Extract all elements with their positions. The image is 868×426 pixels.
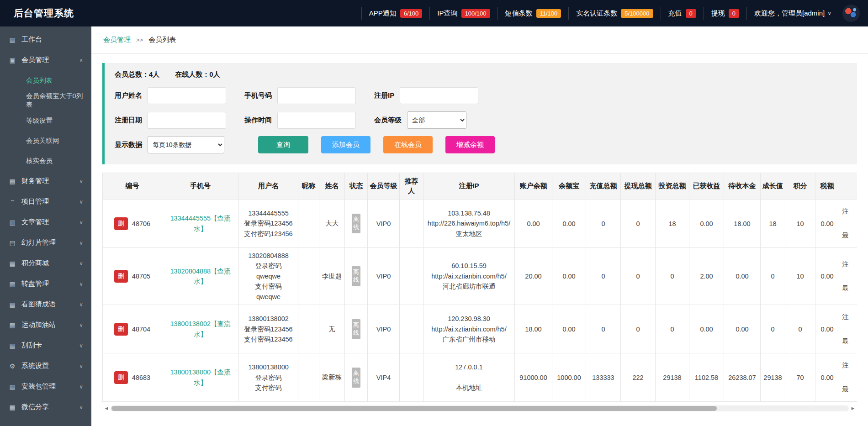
points-cell: 10: [785, 248, 815, 305]
reg-date-label: 注册日期: [115, 116, 142, 125]
clipped-cell: 注最: [839, 200, 857, 248]
chevron-down-icon: ∨: [79, 281, 83, 287]
sidebar-item-points-mall[interactable]: ▦ 积分商城 ∨: [0, 253, 91, 273]
sidebar-item-yuebao-list[interactable]: 会员余额宝大于0列表: [0, 90, 91, 110]
page-size-select[interactable]: 每页10条数据: [148, 136, 224, 153]
sidebar-item-label: 会员管理: [21, 56, 49, 64]
sidebar-item-package[interactable]: ▦ 安装包管理 ∨: [0, 376, 91, 397]
sidebar-item-project[interactable]: ≡ 项目管理 ∨: [0, 191, 91, 212]
sidebar-item-level-settings[interactable]: 等级设置: [0, 110, 91, 131]
sidebar-item-idiom-game[interactable]: ▦ 看图猜成语 ∨: [0, 294, 91, 315]
name-cell: 李世超: [319, 248, 345, 305]
sidebar-item-finance[interactable]: ▤ 财务管理 ∨: [0, 171, 91, 191]
phone-flow-link[interactable]: 13800138000【查流水】: [170, 368, 230, 386]
sidebar-item-wheel[interactable]: ▦ 转盘管理 ∨: [0, 273, 91, 294]
delete-button[interactable]: 删: [114, 323, 128, 336]
col-header-clipped: [839, 173, 857, 200]
table-header-row: 编号 手机号 用户名 昵称 姓名 状态 会员等级 推荐人 注册IP 账户余额 余…: [103, 173, 857, 200]
slides-icon: ▤: [8, 239, 16, 247]
sidebar-item-member-network[interactable]: 会员关联网: [0, 131, 91, 151]
delete-button[interactable]: 删: [114, 217, 128, 230]
level-cell: VIP0: [368, 305, 400, 353]
invest-cell: 18: [656, 200, 689, 248]
status-badge: 离线: [352, 266, 360, 286]
filter-row-2: 注册日期 操作时间 会员等级 全部: [115, 111, 847, 129]
sidebar-item-system-settings[interactable]: ⚙ 系统设置 ∨: [0, 356, 91, 376]
nickname-cell: [298, 305, 319, 353]
member-table: 编号 手机号 用户名 昵称 姓名 状态 会员等级 推荐人 注册IP 账户余额 余…: [102, 173, 857, 402]
col-header-pending-principal: 待收本金: [724, 173, 761, 200]
sidebar-item-member-list[interactable]: 会员列表: [0, 70, 91, 90]
chevron-down-icon: ∨: [79, 322, 83, 328]
col-header-referrer: 推荐人: [400, 173, 423, 200]
sidebar-item-slides[interactable]: ▤ 幻灯片管理 ∨: [0, 232, 91, 253]
earned-cell: 0.00: [689, 200, 724, 248]
sidebar-item-label: 微信分享: [21, 403, 49, 411]
member-level-select[interactable]: 全部: [407, 111, 466, 129]
col-header-phone: 手机号: [162, 173, 239, 200]
phone-input[interactable]: [277, 87, 356, 104]
topbar-recharge[interactable]: 充值 0: [661, 7, 704, 20]
phone-flow-link[interactable]: 13020804888【查流水】: [170, 268, 230, 285]
topbar-withdraw[interactable]: 提现 0: [704, 7, 746, 20]
topbar-sms-count-label: 短信条数: [505, 9, 533, 18]
phone-flow-link[interactable]: 13800138002【查流水】: [170, 320, 230, 337]
tax-cell: 0.00: [815, 200, 839, 248]
sidebar-item-verify-member[interactable]: 核实会员: [0, 151, 91, 171]
online-members-button[interactable]: 在线会员: [383, 136, 433, 153]
topbar-ip-query[interactable]: IP查询 100/100: [429, 7, 497, 20]
scrollbar-thumb[interactable]: [111, 406, 717, 411]
referrer-cell: [400, 305, 423, 353]
recharge-cell: 133333: [586, 353, 621, 402]
adjust-balance-button[interactable]: 增减余额: [445, 136, 495, 153]
avatar[interactable]: [842, 5, 860, 22]
page-size-label: 显示数据: [115, 141, 142, 149]
sidebar-item-label: 积分商城: [21, 259, 49, 268]
welcome-menu[interactable]: 欢迎您，管理员[admin] ∨: [746, 7, 839, 20]
add-member-button[interactable]: 添加会员: [321, 136, 370, 153]
delete-button[interactable]: 删: [114, 371, 128, 384]
name-cell: 大大: [319, 200, 345, 248]
topbar-realname-count[interactable]: 实名认证条数 5/100000: [568, 7, 660, 20]
sidebar-item-article[interactable]: ▥ 文章管理 ∨: [0, 212, 91, 232]
scrollbar-track[interactable]: [111, 405, 849, 411]
main: 会员管理 >> 会员列表 会员总数：4人在线人数：0人 用户姓名 手机号码: [91, 26, 868, 426]
col-header-balance: 账户余额: [515, 173, 552, 200]
earned-cell: 0.00: [689, 305, 724, 353]
scroll-left-icon[interactable]: ◄: [102, 405, 111, 411]
op-time-input[interactable]: [277, 112, 356, 129]
scroll-right-icon[interactable]: ►: [849, 405, 857, 411]
user-credentials: 13020804888 登录密码 qweqwe 支付密码 qweqwe: [239, 248, 298, 305]
idiom-game-icon: ▦: [8, 301, 16, 308]
topbar-sms-count[interactable]: 短信条数 11/100: [498, 7, 569, 20]
tax-cell: 0.00: [815, 353, 839, 402]
sidebar-item-scratch-card[interactable]: ▦ 刮刮卡 ∨: [0, 335, 91, 356]
online-members-value: 0人: [209, 70, 220, 78]
reg-ip-input[interactable]: [400, 87, 478, 104]
sidebar-item-sports[interactable]: ▦ 运动加油站 ∨: [0, 315, 91, 335]
table-row: 删48706 13344445555【查流水】 13344445555 登录密码…: [103, 200, 857, 248]
col-header-tax: 税额: [815, 173, 839, 200]
project-icon: ≡: [8, 198, 16, 205]
pending-cell: 18.00: [724, 200, 761, 248]
reg-ip-label: 注册IP: [374, 91, 394, 100]
username-input[interactable]: [148, 87, 226, 104]
ip-query-badge: 100/100: [461, 9, 490, 18]
level-cell: VIP4: [368, 353, 400, 402]
clipped-cell: 注最: [839, 248, 857, 305]
delete-button[interactable]: 删: [114, 270, 128, 283]
sidebar-item-member-management[interactable]: ▣ 会员管理 ∧: [0, 50, 91, 70]
reg-date-input[interactable]: [148, 112, 226, 129]
filter-row-1: 用户姓名 手机号码 注册IP: [115, 87, 847, 104]
sidebar-item-workbench[interactable]: ▦ 工作台: [0, 29, 91, 50]
topbar-withdraw-label: 提现: [711, 9, 725, 18]
recharge-cell: 0: [586, 248, 621, 305]
sidebar-item-label: 安装包管理: [21, 382, 56, 391]
query-button[interactable]: 查询: [258, 136, 308, 153]
phone-flow-link[interactable]: 13344445555【查流水】: [170, 215, 230, 232]
horizontal-scrollbar[interactable]: ◄ ►: [102, 404, 857, 413]
sidebar-item-wechat-share[interactable]: ▦ 微信分享 ∨: [0, 397, 91, 417]
package-icon: ▦: [8, 383, 16, 390]
breadcrumb-section-link[interactable]: 会员管理: [103, 36, 131, 44]
topbar-app-notice[interactable]: APP通知 6/100: [361, 7, 430, 20]
